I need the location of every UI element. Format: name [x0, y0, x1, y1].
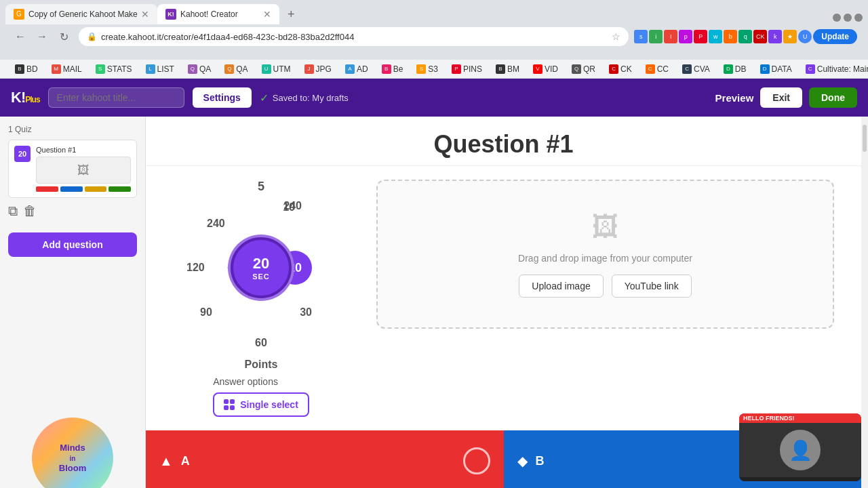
new-tab-button[interactable]: + [279, 4, 303, 24]
points-label: Points [245, 359, 278, 371]
question-editor: 5 240 240 10 120 20 SEC 20 90 [146, 166, 861, 430]
bookmark-jpg[interactable]: J JPG [300, 63, 336, 75]
app-header: K!Plus Settings ✓ Saved to: My drafts Pr… [0, 79, 868, 117]
bookmark-qr[interactable]: Q QR [568, 63, 599, 75]
bookmarks-bar: B BD M MAIL S STATS L LIST Q QA Q QA U U… [0, 60, 868, 79]
bookmark-list[interactable]: L LIST [142, 63, 178, 75]
youtube-link-button[interactable]: YouTube link [612, 274, 692, 298]
ext-icon-10[interactable]: k [768, 30, 782, 43]
question-preview-1: Question #1 🖼 [36, 146, 131, 192]
timer-wheel[interactable]: 5 240 240 10 120 20 SEC 20 90 [173, 180, 349, 356]
answer-icon-b: ◆ [517, 453, 528, 469]
bookmark-data[interactable]: D DATA [756, 63, 796, 75]
ext-icon-6[interactable]: w [709, 30, 722, 43]
timer-240: 240 [207, 218, 329, 230]
single-select-button[interactable]: Single select [213, 392, 309, 417]
copy-icon[interactable]: ⧉ [8, 203, 18, 219]
header-right: Preview Exit Done [715, 87, 857, 108]
person-icon: 👤 [789, 439, 812, 462]
grid-dot-2 [230, 399, 235, 404]
browser-tab-1[interactable]: G Copy of Generic Kahoot Maker - G... ✕ [5, 4, 157, 24]
exit-button[interactable]: Exit [760, 87, 802, 108]
bookmark-ck[interactable]: C CK [605, 63, 636, 75]
question-card-1[interactable]: 20 Question #1 🖼 [8, 140, 137, 198]
bookmark-vid[interactable]: V VID [529, 63, 562, 75]
ext-icon-3[interactable]: I [664, 30, 677, 43]
check-icon: ✓ [260, 92, 269, 104]
ext-icon-7[interactable]: b [724, 30, 737, 43]
saved-indicator: ✓ Saved to: My drafts [260, 92, 349, 104]
timer-10-right: 10 [283, 201, 295, 214]
tab-favicon-1: G [14, 9, 24, 20]
bookmark-bd[interactable]: B BD [11, 63, 42, 75]
video-overlay: HELLO FRIENDS! 👤 [739, 413, 861, 481]
bookmark-stats[interactable]: S STATS [92, 63, 136, 75]
bookmark-bm[interactable]: B BM [492, 63, 524, 75]
timer-120: 120 [186, 262, 205, 274]
bookmark-utm[interactable]: U UTM [258, 63, 295, 75]
bookmark-s3[interactable]: S S3 [412, 63, 442, 75]
settings-button[interactable]: Settings [193, 87, 252, 108]
bookmark-cva[interactable]: C CVA [678, 63, 714, 75]
tab-close-2[interactable]: ✕ [263, 9, 271, 20]
image-placeholder-icon: 🖼 [592, 211, 619, 242]
bookmark-cultivate[interactable]: C Cultivate: Main Portal [802, 63, 868, 75]
right-scrollbar[interactable] [861, 117, 868, 488]
preview-button[interactable]: Preview [715, 92, 754, 104]
ext-icon-9[interactable]: CK [753, 30, 767, 43]
scroll-thumb [863, 125, 867, 152]
bookmark-cc[interactable]: C CC [642, 63, 673, 75]
timer-60: 60 [255, 337, 267, 349]
lock-icon: 🔒 [87, 32, 97, 41]
update-button[interactable]: Update [813, 29, 857, 44]
reload-button[interactable]: ↻ [54, 27, 73, 46]
timer-value: 20 [253, 255, 269, 272]
delete-icon[interactable]: 🗑 [23, 203, 37, 219]
forward-button[interactable]: → [33, 27, 52, 46]
minds-in-bloom-logo: Minds in Bloom [8, 407, 137, 488]
maximize-button[interactable] [844, 14, 852, 22]
bookmark-ad[interactable]: A AD [341, 63, 372, 75]
controls-area: 5 240 240 10 120 20 SEC 20 90 [173, 180, 349, 417]
q-answer-b [60, 186, 83, 192]
video-feed: 👤 [739, 423, 861, 477]
minimize-button[interactable] [833, 14, 841, 22]
upload-image-button[interactable]: Upload image [519, 274, 603, 298]
ext-icon-4[interactable]: p [679, 30, 692, 43]
q-title-1: Question #1 [36, 146, 131, 154]
bookmark-mail[interactable]: M MAIL [47, 63, 86, 75]
bookmark-db[interactable]: D DB [719, 63, 751, 75]
q-image-placeholder: 🖼 [36, 157, 131, 184]
answer-options-label: Answer options [213, 376, 309, 387]
kahoot-title-input[interactable] [48, 87, 184, 108]
bookmark-qa1[interactable]: Q QA [184, 63, 215, 75]
extensions-area: s i I p P w b q CK k ★ U Update [634, 29, 857, 44]
sidebar: 1 Quiz 20 Question #1 🖼 ⧉ 🗑 [0, 117, 146, 488]
tab-close-1[interactable]: ✕ [141, 9, 149, 20]
profile-icon[interactable]: U [798, 30, 812, 43]
bookmark-star-button[interactable]: ☆ [612, 31, 620, 42]
done-button[interactable]: Done [809, 87, 857, 108]
answer-circle-a [463, 447, 490, 474]
q-answer-c [85, 186, 107, 192]
browser-tab-2[interactable]: K! Kahoot! Creator ✕ [157, 4, 279, 24]
ext-icon-1[interactable]: s [634, 30, 648, 43]
bookmark-be[interactable]: B Be [378, 63, 408, 75]
ext-icon-5[interactable]: P [694, 30, 707, 43]
add-question-button[interactable]: Add question [8, 232, 137, 257]
bookmark-qa2[interactable]: Q QA [220, 63, 252, 75]
close-button[interactable] [854, 14, 863, 22]
question-number-1: 20 [14, 146, 31, 162]
grid-icon [224, 399, 235, 410]
ext-icon-2[interactable]: i [649, 30, 663, 43]
address-bar[interactable]: 🔒 create.kahoot.it/creator/e4f1daa4-ed68… [79, 27, 629, 46]
media-buttons: Upload image YouTube link [519, 274, 691, 298]
answer-box-a[interactable]: ▲ A [146, 430, 504, 488]
timer-center[interactable]: 20 SEC [231, 237, 292, 298]
video-avatar: 👤 [780, 430, 821, 470]
ext-icon-8[interactable]: q [738, 30, 752, 43]
ext-icon-11[interactable]: ★ [783, 30, 797, 43]
back-button[interactable]: ← [11, 27, 30, 46]
bookmark-pins[interactable]: P PINS [448, 63, 486, 75]
media-drop-zone[interactable]: 🖼 Drag and drop image from your computer… [376, 180, 834, 329]
